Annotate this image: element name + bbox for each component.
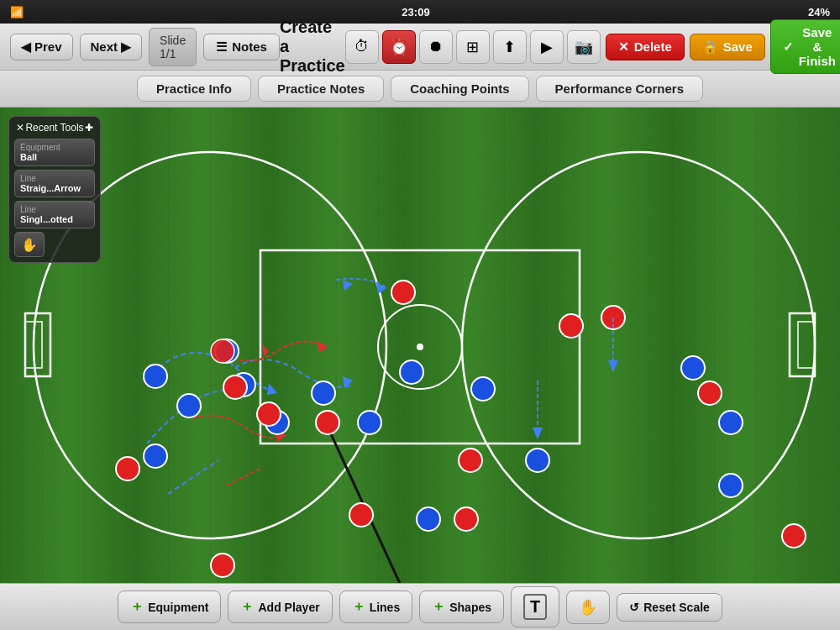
save-finish-button[interactable]: ✓ Save & Finish bbox=[770, 19, 840, 74]
tool-equipment-label: Equipment bbox=[20, 143, 89, 152]
play-icon-btn[interactable]: ▶ bbox=[530, 30, 564, 64]
page-title: Create a Practice bbox=[280, 18, 345, 76]
reset-icon: ↺ bbox=[629, 601, 639, 614]
tool-line2-name: Singl...otted bbox=[20, 214, 89, 224]
text-icon: T bbox=[523, 594, 547, 620]
clock-icon-btn[interactable]: ⏱ bbox=[345, 30, 379, 64]
tools-panel-title: Recent Tools bbox=[25, 122, 83, 134]
svg-point-22 bbox=[177, 394, 201, 417]
cursor-button[interactable]: ✋ bbox=[566, 591, 610, 624]
tools-panel-header: ✕ Recent Tools ✚ bbox=[14, 122, 95, 134]
svg-point-42 bbox=[391, 281, 415, 304]
svg-point-36 bbox=[116, 457, 139, 480]
shapes-plus-icon: ＋ bbox=[432, 598, 445, 616]
shapes-button[interactable]: ＋ Shapes bbox=[419, 591, 504, 623]
tools-panel: ✕ Recent Tools ✚ Equipment Ball Line Str… bbox=[8, 116, 101, 263]
svg-marker-12 bbox=[343, 280, 353, 291]
prev-arrow-icon: ◀ bbox=[21, 39, 31, 55]
save-icon: 🔒 bbox=[702, 39, 718, 55]
main-canvas[interactable]: ✕ Recent Tools ✚ Equipment Ball Line Str… bbox=[0, 108, 840, 583]
reset-scale-label: Reset Scale bbox=[643, 601, 710, 614]
svg-point-45 bbox=[559, 314, 583, 338]
notes-label: Notes bbox=[232, 39, 267, 54]
svg-point-37 bbox=[211, 339, 234, 363]
next-button[interactable]: Next ▶ bbox=[80, 34, 143, 60]
tab-coaching-points[interactable]: Coaching Points bbox=[391, 76, 528, 102]
delete-label: Delete bbox=[634, 39, 672, 54]
save-label: Save bbox=[723, 39, 753, 54]
add-player-button[interactable]: ＋ Add Player bbox=[228, 591, 332, 623]
tool-line1-name: Straig...Arrow bbox=[20, 183, 89, 193]
svg-point-41 bbox=[349, 503, 373, 527]
grid-icon-btn[interactable]: ⊞ bbox=[456, 30, 490, 64]
alarm-icon-btn[interactable]: ⏰ bbox=[382, 30, 416, 64]
share-icon-btn[interactable]: ⬆ bbox=[493, 30, 527, 64]
tool-line2[interactable]: Line Singl...otted bbox=[14, 201, 95, 228]
tab-practice-info[interactable]: Practice Info bbox=[137, 76, 251, 102]
status-time: 23:09 bbox=[24, 6, 808, 18]
delete-x-icon: ✕ bbox=[618, 39, 629, 55]
tool-equipment-name: Ball bbox=[20, 152, 89, 162]
svg-point-26 bbox=[312, 381, 335, 405]
record-icon-btn[interactable]: ⏺ bbox=[419, 30, 453, 64]
svg-rect-8 bbox=[798, 322, 815, 368]
svg-point-30 bbox=[471, 377, 495, 401]
text-button[interactable]: T bbox=[511, 586, 559, 627]
save-button[interactable]: 🔒 Save bbox=[690, 34, 765, 60]
equipment-button[interactable]: ＋ Equipment bbox=[118, 591, 221, 623]
nav-right: ⏱ ⏰ ⏺ ⊞ ⬆ ▶ 📷 ✕ Delete 🔒 Save ✓ Save & F… bbox=[345, 19, 840, 74]
next-label: Next bbox=[91, 39, 118, 54]
tools-close-icon[interactable]: ✕ bbox=[16, 122, 24, 134]
svg-point-39 bbox=[257, 402, 281, 426]
notes-button[interactable]: ☰ Notes bbox=[203, 34, 280, 60]
svg-line-18 bbox=[328, 427, 428, 583]
svg-marker-14 bbox=[318, 341, 328, 353]
lines-plus-icon: ＋ bbox=[352, 598, 365, 616]
wifi-icon: 📶 bbox=[10, 6, 24, 18]
svg-point-4 bbox=[417, 344, 423, 350]
svg-point-48 bbox=[782, 524, 806, 548]
notes-icon: ☰ bbox=[216, 39, 227, 55]
svg-point-31 bbox=[526, 449, 549, 472]
svg-point-32 bbox=[681, 356, 705, 380]
prev-button[interactable]: ◀ Prev bbox=[10, 34, 73, 60]
tool-equipment[interactable]: Equipment Ball bbox=[14, 139, 95, 166]
svg-point-44 bbox=[459, 449, 482, 472]
checkmark-icon: ✓ bbox=[783, 39, 794, 55]
svg-point-38 bbox=[223, 375, 247, 399]
tool-line1[interactable]: Line Straig...Arrow bbox=[14, 170, 95, 197]
svg-marker-17 bbox=[262, 344, 269, 356]
svg-marker-56 bbox=[608, 360, 618, 372]
tools-add-icon[interactable]: ✚ bbox=[85, 122, 93, 134]
delete-button[interactable]: ✕ Delete bbox=[606, 34, 685, 60]
tab-practice-notes[interactable]: Practice Notes bbox=[258, 76, 384, 102]
svg-point-1 bbox=[462, 152, 815, 538]
svg-point-21 bbox=[144, 444, 167, 468]
slide-label: Slide 1/1 bbox=[160, 34, 186, 60]
svg-point-47 bbox=[698, 381, 722, 405]
svg-marker-13 bbox=[376, 282, 386, 294]
tool-cursor-btn[interactable]: ✋ bbox=[14, 232, 45, 257]
tab-bar: Practice Info Practice Notes Coaching Po… bbox=[0, 71, 840, 108]
camera-icon-btn[interactable]: 📷 bbox=[567, 30, 601, 64]
reset-scale-button[interactable]: ↺ Reset Scale bbox=[617, 593, 722, 622]
svg-point-49 bbox=[211, 554, 234, 577]
svg-point-40 bbox=[316, 411, 339, 434]
equipment-plus-icon: ＋ bbox=[130, 598, 144, 616]
svg-rect-5 bbox=[25, 313, 50, 376]
cursor-icon: ✋ bbox=[579, 598, 597, 617]
tab-performance-corners[interactable]: Performance Corners bbox=[536, 76, 703, 102]
svg-point-34 bbox=[719, 474, 743, 497]
nav-left: ◀ Prev Next ▶ Slide 1/1 ☰ Notes bbox=[10, 28, 280, 66]
status-left: 📶 bbox=[10, 6, 24, 18]
prev-label: Prev bbox=[34, 39, 62, 54]
save-finish-label: Save & Finish bbox=[799, 25, 836, 68]
svg-point-20 bbox=[144, 365, 167, 388]
lines-button[interactable]: ＋ Lines bbox=[339, 591, 413, 623]
field-svg bbox=[0, 108, 840, 583]
next-arrow-icon: ▶ bbox=[121, 39, 131, 55]
slide-indicator: Slide 1/1 bbox=[149, 28, 197, 66]
shapes-label: Shapes bbox=[449, 601, 491, 614]
svg-point-28 bbox=[400, 360, 423, 384]
equipment-label: Equipment bbox=[148, 601, 208, 614]
